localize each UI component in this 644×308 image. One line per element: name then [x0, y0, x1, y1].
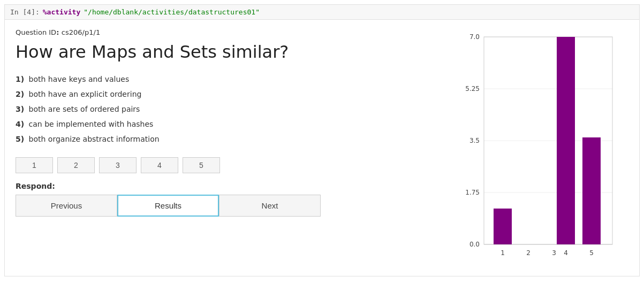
- option-3: 3) both are sets of ordered pairs: [16, 102, 452, 117]
- chart-panel: 0.0 1.75 3.5 5.25 7.0: [463, 28, 628, 267]
- notebook-cell: In [4]: %activity "/home/dblank/activiti…: [4, 4, 640, 276]
- cell-body: Question ID: cs206/p1/1 How are Maps and…: [5, 20, 639, 276]
- question-id: Question ID: cs206/p1/1: [16, 28, 452, 36]
- question-title: How are Maps and Sets similar?: [16, 42, 452, 62]
- svg-text:5.25: 5.25: [465, 85, 480, 93]
- option-5-num: 5): [16, 135, 24, 143]
- svg-text:2: 2: [526, 249, 531, 257]
- response-btn-1[interactable]: 1: [16, 157, 53, 173]
- option-1-text: both have keys and values: [29, 75, 130, 83]
- option-3-text: both are sets of ordered pairs: [29, 105, 140, 113]
- response-btn-3[interactable]: 3: [99, 157, 137, 173]
- option-2: 2) both have an explicit ordering: [16, 87, 452, 102]
- activity-path: "/home/dblank/activities/datastructures0…: [84, 8, 260, 16]
- option-4-text: can be implemented with hashes: [29, 120, 154, 128]
- option-3-num: 3): [16, 105, 24, 113]
- magic-command: %activity: [43, 8, 80, 16]
- svg-text:7.0: 7.0: [469, 33, 480, 41]
- response-btn-4[interactable]: 4: [141, 157, 178, 173]
- bar-5: [582, 137, 601, 244]
- option-1-num: 1): [16, 75, 24, 83]
- answer-options: 1) both have keys and values 2) both hav…: [16, 72, 452, 147]
- input-label: In [4]:: [10, 8, 40, 16]
- question-panel: Question ID: cs206/p1/1 How are Maps and…: [16, 28, 452, 267]
- svg-text:3.5: 3.5: [469, 137, 480, 144]
- cell-header: In [4]: %activity "/home/dblank/activiti…: [5, 5, 639, 20]
- bar-1: [494, 209, 512, 244]
- response-buttons-row: 1 2 3 4 5: [16, 157, 452, 173]
- bar-chart: 0.0 1.75 3.5 5.25 7.0: [463, 30, 618, 266]
- response-btn-2[interactable]: 2: [57, 157, 95, 173]
- option-2-num: 2): [16, 90, 24, 98]
- nav-buttons: Previous Results Next: [16, 195, 452, 217]
- response-btn-5[interactable]: 5: [183, 157, 220, 173]
- option-1: 1) both have keys and values: [16, 72, 452, 87]
- svg-text:4: 4: [564, 249, 568, 257]
- bar-4: [557, 37, 575, 244]
- option-2-text: both have an explicit ordering: [29, 90, 142, 98]
- svg-text:1.75: 1.75: [465, 189, 480, 196]
- option-5-text: both organize abstract information: [29, 135, 160, 143]
- svg-text:1: 1: [501, 249, 505, 257]
- option-4: 4) can be implemented with hashes: [16, 117, 452, 132]
- svg-text:0.0: 0.0: [469, 241, 480, 248]
- svg-text:5: 5: [589, 249, 594, 257]
- next-button[interactable]: Next: [219, 195, 321, 217]
- respond-label: Respond:: [16, 182, 452, 190]
- option-5: 5) both organize abstract information: [16, 132, 452, 147]
- results-button[interactable]: Results: [117, 195, 219, 217]
- svg-text:3: 3: [552, 249, 556, 257]
- previous-button[interactable]: Previous: [16, 195, 117, 217]
- option-4-num: 4): [16, 120, 24, 128]
